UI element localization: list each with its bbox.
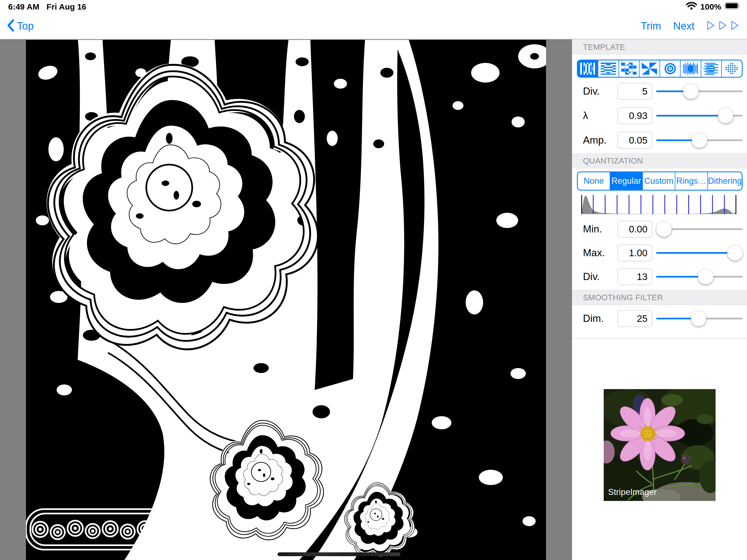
- next-button[interactable]: Next: [673, 20, 695, 32]
- div-label: Div.: [583, 83, 600, 100]
- qdiv-value-field[interactable]: 13: [617, 268, 652, 285]
- quantization-section-header: QUANTIZATION: [572, 153, 747, 169]
- lambda-slider[interactable]: [656, 107, 743, 124]
- param-row-min: Min. 0.00: [572, 221, 747, 238]
- min-label: Min.: [583, 221, 602, 238]
- step-buttons: [706, 21, 739, 31]
- date: Fri Aug 16: [47, 2, 86, 11]
- wifi-icon: [686, 2, 697, 12]
- section-divider: [572, 338, 747, 339]
- quant-mode-none[interactable]: None: [578, 172, 610, 190]
- control-panel: TEMPLATE: [572, 40, 747, 560]
- battery-percent: 100%: [700, 2, 721, 11]
- min-slider-thumb[interactable]: [656, 222, 672, 237]
- min-slider[interactable]: [656, 221, 743, 238]
- template-concentric-rings[interactable]: [660, 60, 680, 77]
- max-label: Max.: [583, 245, 605, 261]
- param-row-lambda: λ 0.93: [572, 107, 747, 124]
- trim-button[interactable]: Trim: [641, 20, 661, 32]
- source-image-thumbnail[interactable]: StripeImager: [604, 389, 716, 501]
- processed-image[interactable]: [26, 40, 546, 560]
- amp-slider-thumb[interactable]: [692, 133, 707, 148]
- quantization-segmented-control: None Regular Custom Rings… Dithering: [577, 172, 743, 190]
- max-value-field[interactable]: 1.00: [617, 245, 652, 261]
- min-value-field[interactable]: 0.00: [617, 221, 652, 238]
- play-step-icon[interactable]: [706, 21, 715, 31]
- lambda-slider-thumb[interactable]: [718, 108, 733, 123]
- dim-value-field[interactable]: 25: [617, 310, 652, 327]
- play-step-icon[interactable]: [730, 21, 739, 31]
- amp-label: Amp.: [583, 132, 607, 149]
- template-pinwheel[interactable]: [639, 60, 660, 77]
- quant-mode-rings[interactable]: Rings…: [675, 172, 707, 190]
- param-row-max: Max. 1.00: [572, 245, 747, 261]
- quant-mode-regular[interactable]: Regular: [610, 172, 642, 190]
- back-label: Top: [17, 20, 34, 32]
- div-slider-thumb[interactable]: [683, 84, 699, 99]
- qdiv-slider[interactable]: [656, 268, 743, 285]
- quant-mode-custom[interactable]: Custom: [642, 172, 675, 190]
- smoothing-header-label: SMOOTHING FILTER: [583, 293, 663, 302]
- template-horizontal-lines-noise[interactable]: [701, 60, 721, 77]
- navigation-bar: Top Trim Next: [0, 13, 747, 40]
- amp-value-field[interactable]: 0.05: [617, 132, 652, 149]
- dim-slider[interactable]: [656, 310, 743, 327]
- lambda-label: λ: [583, 107, 588, 124]
- dim-label: Dim.: [583, 310, 604, 327]
- status-left: 6:49 AM Fri Aug 16: [8, 2, 86, 11]
- template-vertical-lines-noise[interactable]: [680, 60, 700, 77]
- template-checker-circle[interactable]: [618, 60, 639, 77]
- levels-histogram[interactable]: [581, 195, 736, 214]
- param-row-qdiv: Div. 13: [572, 268, 747, 285]
- param-row-dim: Dim. 25: [572, 310, 747, 327]
- template-header-label: TEMPLATE: [583, 43, 625, 52]
- back-chevron-icon: [7, 19, 14, 33]
- max-slider-thumb[interactable]: [727, 245, 743, 261]
- template-segmented-control: [577, 59, 743, 78]
- clock: 6:49 AM: [8, 2, 40, 11]
- quantization-header-label: QUANTIZATION: [583, 156, 643, 166]
- status-bar: 6:49 AM Fri Aug 16 100%: [0, 0, 747, 13]
- back-button[interactable]: Top: [7, 13, 34, 39]
- div-slider[interactable]: [656, 83, 743, 100]
- thumbnail-watermark: StripeImager: [608, 487, 656, 497]
- max-slider[interactable]: [656, 245, 743, 261]
- play-step-icon[interactable]: [719, 21, 727, 31]
- qdiv-label: Div.: [583, 268, 600, 285]
- param-row-div: Div. 5: [572, 83, 747, 100]
- smoothing-section-header: SMOOTHING FILTER: [572, 290, 747, 305]
- quant-mode-dithering[interactable]: Dithering: [707, 172, 742, 190]
- nav-actions: Trim Next: [641, 13, 739, 39]
- app-window: 6:49 AM Fri Aug 16 100%: [0, 0, 747, 560]
- template-vertical-stripes-circle[interactable]: [578, 60, 598, 77]
- amp-slider[interactable]: [656, 132, 743, 149]
- dim-slider-thumb[interactable]: [691, 311, 706, 326]
- qdiv-slider-thumb[interactable]: [698, 269, 713, 284]
- lambda-value-field[interactable]: 0.93: [617, 107, 652, 124]
- template-horizontal-stripes-circle[interactable]: [598, 60, 618, 77]
- home-indicator[interactable]: [278, 552, 401, 556]
- template-halftone-dots[interactable]: [721, 60, 742, 77]
- template-section-header: TEMPLATE: [572, 40, 747, 55]
- status-right: 100%: [686, 2, 741, 12]
- param-row-amp: Amp. 0.05: [572, 132, 747, 149]
- div-value-field[interactable]: 5: [617, 83, 652, 100]
- battery-icon: [725, 2, 741, 12]
